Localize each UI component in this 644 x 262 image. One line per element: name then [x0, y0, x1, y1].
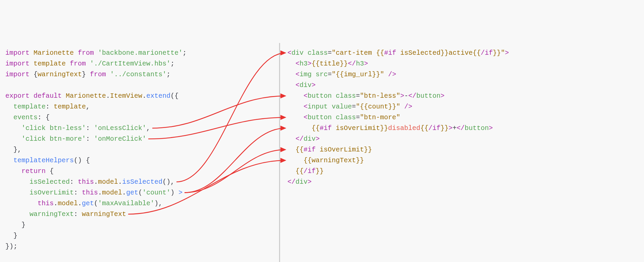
code-line: this.model.get('maxAvailable'),: [5, 200, 162, 207]
template-line: {{/if}}: [287, 167, 324, 175]
template-line: <img src="{{img_url}}" />: [287, 71, 396, 78]
code-line: return {: [5, 167, 54, 175]
template-line-btn-less: <button class="btn-less">-</button>: [287, 92, 444, 100]
template-line: </div>: [287, 178, 312, 186]
code-line: });: [5, 243, 17, 250]
code-line: import {warningText} from '../constants'…: [5, 71, 170, 78]
code-line-isoverlimit: isOverLimit: this.model.get('count') >: [5, 189, 182, 196]
template-line-if-overlimit: {{#if isOverLimit}}: [287, 146, 372, 154]
code-line: template: template,: [5, 103, 90, 111]
template-line-disabled: {{#if isOverLimit}}disabled{{/if}}>+</bu…: [287, 124, 493, 132]
template-line-btn-more: <button class="btn-more": [287, 114, 400, 121]
code-line: export default Marionette.ItemView.exten…: [5, 92, 178, 100]
template-line: <input value="{{count}}" />: [287, 103, 412, 111]
code-line-click-btn-less: 'click btn-less': 'onLessClick',: [5, 124, 150, 132]
template-line-warningtext: {{warningText}}: [287, 157, 364, 164]
template-line-div-cartitem: <div class="cart-item {{#if isSelected}}…: [287, 49, 509, 57]
code-line-warningtext: warningText: warningText: [5, 210, 126, 218]
code-line-click-btn-more: 'click btn-more': 'onMoreClick': [5, 135, 146, 143]
code-line: templateHelpers() {: [5, 157, 90, 164]
code-line: import template from './CartItemView.hbs…: [5, 60, 174, 68]
left-code-pane: import Marionette from 'backbone.marione…: [0, 43, 280, 262]
code-line-isselected: isSelected: this.model.isSelected(),: [5, 178, 174, 186]
code-line: }: [5, 232, 17, 239]
code-line: events: {: [5, 114, 50, 121]
code-line: }: [5, 221, 25, 229]
template-line: <h3>{{title}}</h3>: [287, 60, 368, 68]
code-comparison-diagram: import Marionette from 'backbone.marione…: [0, 43, 644, 262]
right-template-pane: <div class="cart-item {{#if isSelected}}…: [280, 43, 514, 262]
code-line: },: [5, 146, 21, 154]
code-line: import Marionette from 'backbone.marione…: [5, 49, 186, 57]
template-line: </div>: [287, 135, 320, 143]
template-line: <div>: [287, 81, 316, 89]
